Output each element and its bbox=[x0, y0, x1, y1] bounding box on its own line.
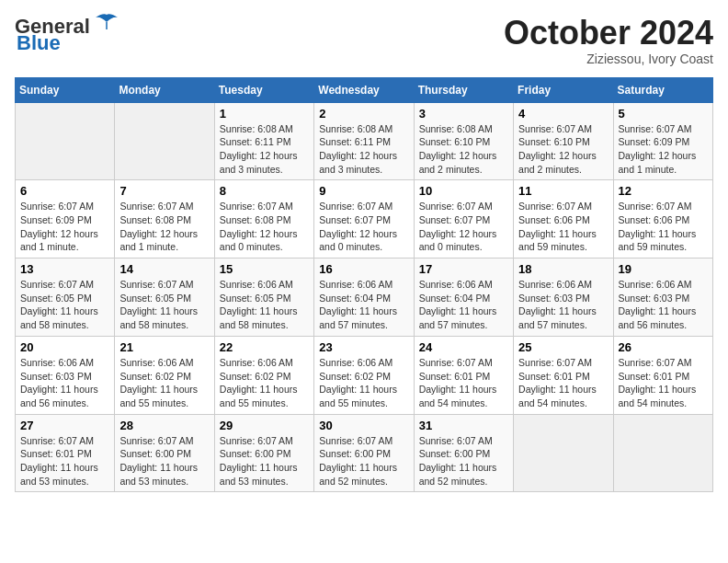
calendar-cell: 24Sunrise: 6:07 AM Sunset: 6:01 PM Dayli… bbox=[414, 336, 513, 414]
day-number: 7 bbox=[119, 184, 209, 198]
calendar-cell: 8Sunrise: 6:07 AM Sunset: 6:08 PM Daylig… bbox=[214, 180, 313, 259]
day-number: 14 bbox=[119, 262, 209, 276]
calendar-cell: 22Sunrise: 6:06 AM Sunset: 6:02 PM Dayli… bbox=[214, 336, 313, 414]
calendar-cell: 1Sunrise: 6:08 AM Sunset: 6:11 PM Daylig… bbox=[214, 102, 313, 180]
day-number: 19 bbox=[619, 262, 708, 276]
day-number: 2 bbox=[319, 107, 408, 121]
day-number: 10 bbox=[419, 184, 508, 198]
day-info: Sunrise: 6:08 AM Sunset: 6:11 PM Dayligh… bbox=[319, 122, 408, 177]
day-info: Sunrise: 6:07 AM Sunset: 6:09 PM Dayligh… bbox=[20, 200, 109, 254]
weekday-header-saturday: Saturday bbox=[613, 77, 712, 102]
day-number: 6 bbox=[20, 184, 109, 198]
day-info: Sunrise: 6:07 AM Sunset: 6:00 PM Dayligh… bbox=[319, 434, 408, 488]
day-info: Sunrise: 6:06 AM Sunset: 6:04 PM Dayligh… bbox=[419, 278, 508, 332]
calendar-cell: 21Sunrise: 6:06 AM Sunset: 6:02 PM Dayli… bbox=[115, 336, 214, 414]
day-info: Sunrise: 6:07 AM Sunset: 6:05 PM Dayligh… bbox=[20, 278, 109, 332]
day-number: 9 bbox=[319, 184, 408, 198]
day-info: Sunrise: 6:07 AM Sunset: 6:01 PM Dayligh… bbox=[518, 356, 608, 410]
calendar-cell: 14Sunrise: 6:07 AM Sunset: 6:05 PM Dayli… bbox=[115, 259, 214, 337]
calendar-cell bbox=[16, 102, 115, 180]
day-number: 11 bbox=[518, 184, 608, 198]
day-number: 25 bbox=[518, 340, 608, 354]
day-info: Sunrise: 6:07 AM Sunset: 6:07 PM Dayligh… bbox=[419, 200, 508, 254]
calendar-cell: 23Sunrise: 6:06 AM Sunset: 6:02 PM Dayli… bbox=[314, 336, 414, 414]
day-number: 20 bbox=[20, 340, 109, 354]
calendar-cell: 13Sunrise: 6:07 AM Sunset: 6:05 PM Dayli… bbox=[16, 259, 115, 337]
calendar-cell: 9Sunrise: 6:07 AM Sunset: 6:07 PM Daylig… bbox=[314, 180, 414, 259]
calendar-cell: 19Sunrise: 6:06 AM Sunset: 6:03 PM Dayli… bbox=[613, 259, 712, 337]
calendar-cell bbox=[514, 414, 613, 492]
calendar-cell: 6Sunrise: 6:07 AM Sunset: 6:09 PM Daylig… bbox=[16, 180, 115, 259]
calendar-cell: 4Sunrise: 6:07 AM Sunset: 6:10 PM Daylig… bbox=[514, 102, 613, 180]
day-info: Sunrise: 6:06 AM Sunset: 6:02 PM Dayligh… bbox=[220, 356, 309, 410]
day-number: 16 bbox=[319, 262, 408, 276]
weekday-header-tuesday: Tuesday bbox=[214, 77, 313, 102]
day-info: Sunrise: 6:06 AM Sunset: 6:03 PM Dayligh… bbox=[20, 356, 109, 410]
calendar-cell: 27Sunrise: 6:07 AM Sunset: 6:01 PM Dayli… bbox=[16, 414, 115, 492]
calendar-cell: 25Sunrise: 6:07 AM Sunset: 6:01 PM Dayli… bbox=[514, 336, 613, 414]
calendar-table: SundayMondayTuesdayWednesdayThursdayFrid… bbox=[15, 77, 713, 493]
day-number: 18 bbox=[518, 262, 608, 276]
weekday-header-friday: Friday bbox=[514, 77, 613, 102]
day-number: 27 bbox=[20, 419, 109, 432]
location: Ziziessou, Ivory Coast bbox=[504, 52, 713, 66]
logo-bird-icon bbox=[94, 13, 119, 33]
calendar-cell bbox=[613, 414, 712, 492]
day-info: Sunrise: 6:06 AM Sunset: 6:03 PM Dayligh… bbox=[518, 278, 608, 332]
title-block: October 2024 Ziziessou, Ivory Coast bbox=[504, 15, 713, 66]
day-info: Sunrise: 6:07 AM Sunset: 6:08 PM Dayligh… bbox=[220, 200, 309, 254]
calendar-cell: 28Sunrise: 6:07 AM Sunset: 6:00 PM Dayli… bbox=[115, 414, 214, 492]
day-number: 26 bbox=[619, 340, 708, 354]
weekday-header-sunday: Sunday bbox=[16, 77, 115, 102]
day-number: 24 bbox=[419, 340, 508, 354]
day-number: 28 bbox=[119, 419, 209, 432]
calendar-cell bbox=[115, 102, 214, 180]
weekday-header-thursday: Thursday bbox=[414, 77, 513, 102]
month-title: October 2024 bbox=[504, 15, 713, 52]
calendar-cell: 20Sunrise: 6:06 AM Sunset: 6:03 PM Dayli… bbox=[16, 336, 115, 414]
calendar-cell: 26Sunrise: 6:07 AM Sunset: 6:01 PM Dayli… bbox=[613, 336, 712, 414]
day-number: 30 bbox=[319, 419, 408, 432]
calendar-cell: 16Sunrise: 6:06 AM Sunset: 6:04 PM Dayli… bbox=[314, 259, 414, 337]
weekday-header-monday: Monday bbox=[115, 77, 214, 102]
calendar-cell: 29Sunrise: 6:07 AM Sunset: 6:00 PM Dayli… bbox=[214, 414, 313, 492]
day-number: 17 bbox=[419, 262, 508, 276]
logo-blue: Blue bbox=[15, 31, 61, 55]
day-info: Sunrise: 6:07 AM Sunset: 6:01 PM Dayligh… bbox=[20, 434, 109, 488]
calendar-cell: 12Sunrise: 6:07 AM Sunset: 6:06 PM Dayli… bbox=[613, 180, 712, 259]
day-info: Sunrise: 6:07 AM Sunset: 6:06 PM Dayligh… bbox=[619, 200, 708, 254]
calendar-cell: 31Sunrise: 6:07 AM Sunset: 6:00 PM Dayli… bbox=[414, 414, 513, 492]
day-number: 23 bbox=[319, 340, 408, 354]
day-number: 4 bbox=[518, 107, 608, 121]
day-info: Sunrise: 6:06 AM Sunset: 6:05 PM Dayligh… bbox=[220, 278, 309, 332]
day-info: Sunrise: 6:07 AM Sunset: 6:08 PM Dayligh… bbox=[119, 200, 209, 254]
day-number: 1 bbox=[220, 107, 309, 121]
day-number: 29 bbox=[220, 419, 309, 432]
day-number: 15 bbox=[220, 262, 309, 276]
day-info: Sunrise: 6:07 AM Sunset: 6:00 PM Dayligh… bbox=[220, 434, 309, 488]
page-header: General Blue October 2024 Ziziessou, Ivo… bbox=[15, 15, 713, 66]
day-info: Sunrise: 6:08 AM Sunset: 6:11 PM Dayligh… bbox=[220, 122, 309, 177]
day-number: 12 bbox=[619, 184, 708, 198]
day-number: 8 bbox=[220, 184, 309, 198]
day-info: Sunrise: 6:07 AM Sunset: 6:01 PM Dayligh… bbox=[619, 356, 708, 410]
weekday-header-wednesday: Wednesday bbox=[314, 77, 414, 102]
calendar-cell: 7Sunrise: 6:07 AM Sunset: 6:08 PM Daylig… bbox=[115, 180, 214, 259]
day-number: 22 bbox=[220, 340, 309, 354]
day-info: Sunrise: 6:07 AM Sunset: 6:05 PM Dayligh… bbox=[119, 278, 209, 332]
day-number: 5 bbox=[619, 107, 708, 121]
calendar-cell: 5Sunrise: 6:07 AM Sunset: 6:09 PM Daylig… bbox=[613, 102, 712, 180]
day-info: Sunrise: 6:07 AM Sunset: 6:00 PM Dayligh… bbox=[419, 434, 508, 488]
day-info: Sunrise: 6:07 AM Sunset: 6:01 PM Dayligh… bbox=[419, 356, 508, 410]
day-info: Sunrise: 6:06 AM Sunset: 6:04 PM Dayligh… bbox=[319, 278, 408, 332]
day-number: 31 bbox=[419, 419, 508, 432]
day-info: Sunrise: 6:06 AM Sunset: 6:03 PM Dayligh… bbox=[619, 278, 708, 332]
calendar-cell: 30Sunrise: 6:07 AM Sunset: 6:00 PM Dayli… bbox=[314, 414, 414, 492]
day-info: Sunrise: 6:08 AM Sunset: 6:10 PM Dayligh… bbox=[419, 122, 508, 177]
day-info: Sunrise: 6:07 AM Sunset: 6:10 PM Dayligh… bbox=[518, 122, 608, 177]
day-number: 13 bbox=[20, 262, 109, 276]
calendar-cell: 10Sunrise: 6:07 AM Sunset: 6:07 PM Dayli… bbox=[414, 180, 513, 259]
day-number: 21 bbox=[119, 340, 209, 354]
day-info: Sunrise: 6:06 AM Sunset: 6:02 PM Dayligh… bbox=[119, 356, 209, 410]
calendar-cell: 11Sunrise: 6:07 AM Sunset: 6:06 PM Dayli… bbox=[514, 180, 613, 259]
